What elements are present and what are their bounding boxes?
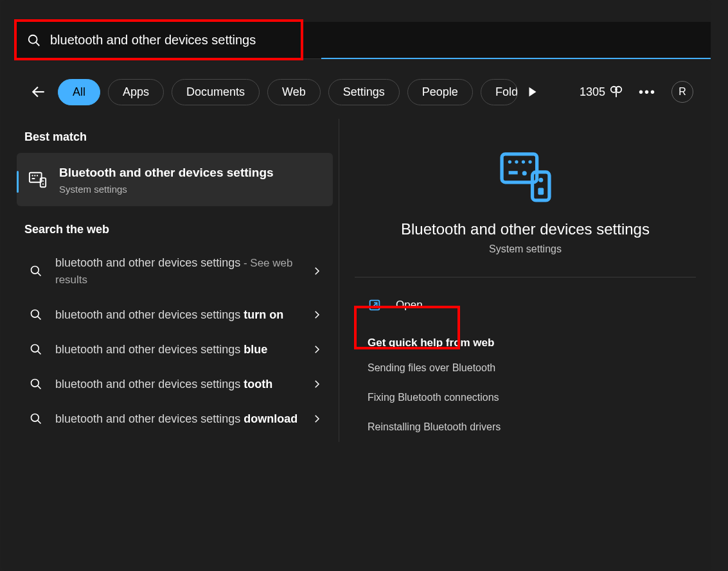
devices-settings-icon <box>28 170 48 189</box>
chevron-right-icon <box>311 309 323 321</box>
preview-pane: Bluetooth and other devices settings Sys… <box>339 119 711 442</box>
search-focus-underline <box>321 58 711 59</box>
web-result-text: bluetooth and other devices settings blu… <box>55 341 298 358</box>
search-icon <box>30 378 42 391</box>
svg-line-1 <box>36 42 39 46</box>
svg-point-13 <box>42 180 44 182</box>
svg-line-16 <box>38 273 41 276</box>
svg-line-18 <box>38 317 41 320</box>
svg-line-24 <box>38 421 41 424</box>
chevron-right-icon <box>311 344 323 355</box>
search-icon <box>30 412 42 425</box>
search-icon <box>30 265 42 277</box>
svg-point-10 <box>37 175 38 177</box>
web-results-list: bluetooth and other devices settings - S… <box>17 245 333 437</box>
trophy-icon <box>609 85 623 99</box>
filter-documents[interactable]: Documents <box>172 79 260 105</box>
svg-point-17 <box>31 310 39 317</box>
more-options-button[interactable]: ••• <box>639 85 656 100</box>
search-bar[interactable] <box>17 22 711 59</box>
web-result-item[interactable]: bluetooth and other devices settings tur… <box>17 297 333 332</box>
search-icon <box>30 308 42 321</box>
preview-title: Bluetooth and other devices settings <box>355 220 696 238</box>
help-link-send-files[interactable]: Sending files over Bluetooth <box>355 353 696 383</box>
svg-point-23 <box>31 414 39 422</box>
help-link-reinstall-drivers[interactable]: Reinstalling Bluetooth drivers <box>355 412 696 442</box>
divider <box>355 277 696 277</box>
svg-point-27 <box>515 160 518 163</box>
open-external-icon <box>368 298 382 312</box>
svg-rect-34 <box>538 188 544 195</box>
web-result-text: bluetooth and other devices settings - S… <box>55 254 298 288</box>
filter-all[interactable]: All <box>58 79 100 105</box>
filter-web[interactable]: Web <box>267 79 321 105</box>
preview-devices-icon <box>497 148 554 205</box>
web-result-item[interactable]: bluetooth and other devices settings too… <box>17 367 333 401</box>
scroll-right-icon[interactable] <box>526 85 540 99</box>
svg-point-8 <box>31 175 33 177</box>
quick-help-heading: Get quick help from web <box>368 337 696 349</box>
svg-point-19 <box>31 345 39 353</box>
filter-people[interactable]: People <box>407 79 473 105</box>
filter-row: All Apps Documents Web Settings People F… <box>27 75 698 109</box>
svg-line-22 <box>38 386 41 389</box>
best-match-subtitle: System settings <box>59 184 274 195</box>
svg-point-29 <box>528 160 531 163</box>
search-input[interactable] <box>50 33 711 48</box>
rewards-points-value: 1305 <box>580 85 605 99</box>
open-action[interactable]: Open <box>355 286 696 324</box>
search-web-heading: Search the web <box>24 223 325 236</box>
svg-rect-30 <box>508 171 517 174</box>
svg-point-21 <box>31 380 39 387</box>
rewards-points[interactable]: 1305 <box>580 85 623 99</box>
filter-settings[interactable]: Settings <box>328 79 400 105</box>
best-match-title: Bluetooth and other devices settings <box>59 164 274 181</box>
filter-folders[interactable]: Fold <box>481 79 518 105</box>
web-result-text: bluetooth and other devices settings tur… <box>55 306 298 323</box>
preview-subtitle: System settings <box>355 243 696 255</box>
open-label: Open <box>396 299 423 312</box>
web-result-item[interactable]: bluetooth and other devices settings - S… <box>17 245 333 297</box>
search-icon <box>27 33 41 48</box>
chevron-right-icon <box>311 378 323 390</box>
help-link-fix-connections[interactable]: Fixing Bluetooth connections <box>355 383 696 412</box>
web-result-item[interactable]: bluetooth and other devices settings dow… <box>17 401 333 436</box>
user-avatar[interactable]: R <box>671 81 693 103</box>
web-result-item[interactable]: bluetooth and other devices settings blu… <box>17 332 333 367</box>
avatar-initial: R <box>679 86 686 98</box>
filter-apps[interactable]: Apps <box>108 79 164 105</box>
svg-marker-3 <box>529 87 536 97</box>
svg-point-31 <box>522 171 526 175</box>
svg-point-0 <box>29 35 37 43</box>
svg-line-20 <box>38 351 41 355</box>
svg-rect-32 <box>532 172 549 200</box>
search-icon <box>30 343 42 356</box>
web-result-text: bluetooth and other devices settings too… <box>55 376 298 392</box>
svg-point-26 <box>508 160 511 163</box>
search-panel: All Apps Documents Web Settings People F… <box>1 0 711 571</box>
best-match-item[interactable]: Bluetooth and other devices settings Sys… <box>17 153 333 206</box>
svg-point-9 <box>34 175 35 177</box>
svg-point-33 <box>538 178 543 182</box>
chevron-right-icon <box>311 265 323 277</box>
back-button[interactable] <box>27 80 50 103</box>
svg-point-15 <box>31 267 39 274</box>
web-result-text: bluetooth and other devices settings dow… <box>55 410 298 427</box>
best-match-heading: Best match <box>24 130 325 144</box>
svg-point-14 <box>42 184 44 185</box>
svg-rect-11 <box>32 178 35 179</box>
chevron-right-icon <box>311 413 323 425</box>
svg-point-28 <box>521 160 524 163</box>
results-column: Best match Bluetooth and other devices s… <box>17 125 333 436</box>
